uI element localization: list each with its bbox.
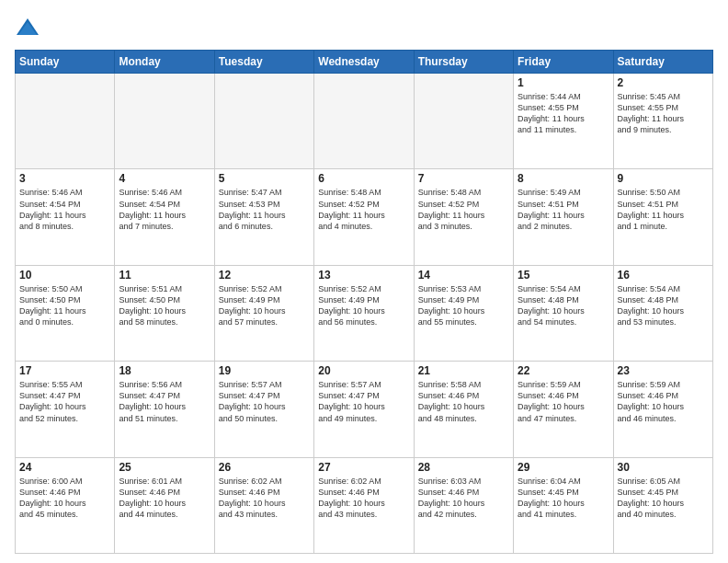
- day-info: Sunrise: 5:46 AM Sunset: 4:54 PM Dayligh…: [19, 187, 110, 232]
- calendar-cell: 7Sunrise: 5:48 AM Sunset: 4:52 PM Daylig…: [414, 169, 513, 265]
- calendar-cell: [214, 74, 313, 169]
- week-row-4: 17Sunrise: 5:55 AM Sunset: 4:47 PM Dayli…: [16, 362, 713, 457]
- calendar-table: SundayMondayTuesdayWednesdayThursdayFrid…: [15, 50, 713, 554]
- calendar-cell: 25Sunrise: 6:01 AM Sunset: 4:46 PM Dayli…: [115, 457, 214, 553]
- day-number: 22: [518, 364, 609, 377]
- weekday-header-monday: Monday: [115, 51, 214, 74]
- day-number: 4: [119, 172, 210, 185]
- day-number: 29: [518, 461, 609, 474]
- day-number: 24: [19, 461, 110, 474]
- day-number: 2: [618, 76, 709, 89]
- day-number: 19: [219, 364, 310, 377]
- header: [15, 15, 713, 40]
- day-number: 26: [219, 461, 310, 474]
- calendar-cell: [414, 74, 513, 169]
- calendar-cell: [16, 74, 115, 169]
- calendar-cell: 8Sunrise: 5:49 AM Sunset: 4:51 PM Daylig…: [514, 169, 613, 265]
- week-row-5: 24Sunrise: 6:00 AM Sunset: 4:46 PM Dayli…: [16, 457, 713, 553]
- week-row-3: 10Sunrise: 5:50 AM Sunset: 4:50 PM Dayli…: [16, 265, 713, 361]
- day-info: Sunrise: 5:55 AM Sunset: 4:47 PM Dayligh…: [19, 379, 110, 424]
- day-number: 9: [618, 172, 709, 185]
- calendar-cell: 12Sunrise: 5:52 AM Sunset: 4:49 PM Dayli…: [214, 265, 313, 361]
- day-info: Sunrise: 5:48 AM Sunset: 4:52 PM Dayligh…: [318, 187, 409, 232]
- day-info: Sunrise: 6:03 AM Sunset: 4:46 PM Dayligh…: [418, 476, 509, 521]
- day-number: 20: [318, 364, 409, 377]
- day-info: Sunrise: 5:59 AM Sunset: 4:46 PM Dayligh…: [518, 379, 609, 424]
- day-number: 6: [318, 172, 409, 185]
- calendar-cell: 26Sunrise: 6:02 AM Sunset: 4:46 PM Dayli…: [214, 457, 313, 553]
- calendar-cell: 29Sunrise: 6:04 AM Sunset: 4:45 PM Dayli…: [514, 457, 613, 553]
- calendar-cell: [115, 74, 214, 169]
- day-info: Sunrise: 5:51 AM Sunset: 4:50 PM Dayligh…: [119, 283, 210, 328]
- calendar-cell: 28Sunrise: 6:03 AM Sunset: 4:46 PM Dayli…: [414, 457, 513, 553]
- day-number: 25: [119, 461, 210, 474]
- day-info: Sunrise: 5:56 AM Sunset: 4:47 PM Dayligh…: [119, 379, 210, 424]
- calendar-cell: 3Sunrise: 5:46 AM Sunset: 4:54 PM Daylig…: [16, 169, 115, 265]
- calendar-cell: 13Sunrise: 5:52 AM Sunset: 4:49 PM Dayli…: [314, 265, 414, 361]
- calendar-cell: 21Sunrise: 5:58 AM Sunset: 4:46 PM Dayli…: [414, 362, 513, 457]
- day-number: 21: [418, 364, 509, 377]
- week-row-1: 1Sunrise: 5:44 AM Sunset: 4:55 PM Daylig…: [16, 74, 713, 169]
- day-info: Sunrise: 5:44 AM Sunset: 4:55 PM Dayligh…: [518, 91, 609, 136]
- weekday-header-saturday: Saturday: [613, 51, 712, 74]
- day-info: Sunrise: 5:47 AM Sunset: 4:53 PM Dayligh…: [219, 187, 310, 232]
- day-number: 7: [418, 172, 509, 185]
- day-info: Sunrise: 5:52 AM Sunset: 4:49 PM Dayligh…: [318, 283, 409, 328]
- day-number: 30: [618, 461, 709, 474]
- logo: [15, 15, 44, 40]
- day-info: Sunrise: 5:57 AM Sunset: 4:47 PM Dayligh…: [219, 379, 310, 424]
- calendar-cell: 23Sunrise: 5:59 AM Sunset: 4:46 PM Dayli…: [613, 362, 712, 457]
- day-info: Sunrise: 5:45 AM Sunset: 4:55 PM Dayligh…: [618, 91, 709, 136]
- day-number: 27: [318, 461, 409, 474]
- calendar-cell: 19Sunrise: 5:57 AM Sunset: 4:47 PM Dayli…: [214, 362, 313, 457]
- day-number: 5: [219, 172, 310, 185]
- calendar-cell: 17Sunrise: 5:55 AM Sunset: 4:47 PM Dayli…: [16, 362, 115, 457]
- calendar-cell: 16Sunrise: 5:54 AM Sunset: 4:48 PM Dayli…: [613, 265, 712, 361]
- weekday-header-friday: Friday: [514, 51, 613, 74]
- day-info: Sunrise: 5:57 AM Sunset: 4:47 PM Dayligh…: [318, 379, 409, 424]
- day-info: Sunrise: 5:52 AM Sunset: 4:49 PM Dayligh…: [219, 283, 310, 328]
- day-number: 12: [219, 269, 310, 282]
- calendar-cell: 20Sunrise: 5:57 AM Sunset: 4:47 PM Dayli…: [314, 362, 414, 457]
- day-info: Sunrise: 6:01 AM Sunset: 4:46 PM Dayligh…: [119, 476, 210, 521]
- weekday-header-wednesday: Wednesday: [314, 51, 414, 74]
- day-number: 15: [518, 269, 609, 282]
- week-row-2: 3Sunrise: 5:46 AM Sunset: 4:54 PM Daylig…: [16, 169, 713, 265]
- calendar-cell: 2Sunrise: 5:45 AM Sunset: 4:55 PM Daylig…: [613, 74, 712, 169]
- day-info: Sunrise: 5:53 AM Sunset: 4:49 PM Dayligh…: [418, 283, 509, 328]
- day-info: Sunrise: 5:54 AM Sunset: 4:48 PM Dayligh…: [518, 283, 609, 328]
- day-number: 18: [119, 364, 210, 377]
- calendar-cell: 30Sunrise: 6:05 AM Sunset: 4:45 PM Dayli…: [613, 457, 712, 553]
- calendar-cell: 6Sunrise: 5:48 AM Sunset: 4:52 PM Daylig…: [314, 169, 414, 265]
- weekday-header-row: SundayMondayTuesdayWednesdayThursdayFrid…: [16, 51, 713, 74]
- day-info: Sunrise: 5:48 AM Sunset: 4:52 PM Dayligh…: [418, 187, 509, 232]
- day-number: 1: [518, 76, 609, 89]
- day-info: Sunrise: 6:00 AM Sunset: 4:46 PM Dayligh…: [19, 476, 110, 521]
- page: SundayMondayTuesdayWednesdayThursdayFrid…: [0, 0, 728, 563]
- logo-icon: [15, 15, 40, 40]
- calendar-cell: 1Sunrise: 5:44 AM Sunset: 4:55 PM Daylig…: [514, 74, 613, 169]
- day-number: 28: [418, 461, 509, 474]
- day-info: Sunrise: 6:02 AM Sunset: 4:46 PM Dayligh…: [219, 476, 310, 521]
- day-number: 3: [19, 172, 110, 185]
- day-number: 17: [19, 364, 110, 377]
- weekday-header-thursday: Thursday: [414, 51, 513, 74]
- calendar-cell: 24Sunrise: 6:00 AM Sunset: 4:46 PM Dayli…: [16, 457, 115, 553]
- calendar-cell: 22Sunrise: 5:59 AM Sunset: 4:46 PM Dayli…: [514, 362, 613, 457]
- day-info: Sunrise: 6:05 AM Sunset: 4:45 PM Dayligh…: [618, 476, 709, 521]
- day-number: 14: [418, 269, 509, 282]
- calendar-cell: 9Sunrise: 5:50 AM Sunset: 4:51 PM Daylig…: [613, 169, 712, 265]
- day-number: 8: [518, 172, 609, 185]
- calendar-cell: 11Sunrise: 5:51 AM Sunset: 4:50 PM Dayli…: [115, 265, 214, 361]
- day-number: 13: [318, 269, 409, 282]
- calendar-cell: 10Sunrise: 5:50 AM Sunset: 4:50 PM Dayli…: [16, 265, 115, 361]
- day-number: 11: [119, 269, 210, 282]
- calendar-cell: 15Sunrise: 5:54 AM Sunset: 4:48 PM Dayli…: [514, 265, 613, 361]
- calendar-cell: 18Sunrise: 5:56 AM Sunset: 4:47 PM Dayli…: [115, 362, 214, 457]
- day-info: Sunrise: 6:04 AM Sunset: 4:45 PM Dayligh…: [518, 476, 609, 521]
- day-number: 23: [618, 364, 709, 377]
- calendar-cell: 4Sunrise: 5:46 AM Sunset: 4:54 PM Daylig…: [115, 169, 214, 265]
- weekday-header-tuesday: Tuesday: [214, 51, 313, 74]
- day-info: Sunrise: 5:46 AM Sunset: 4:54 PM Dayligh…: [119, 187, 210, 232]
- day-info: Sunrise: 5:50 AM Sunset: 4:50 PM Dayligh…: [19, 283, 110, 328]
